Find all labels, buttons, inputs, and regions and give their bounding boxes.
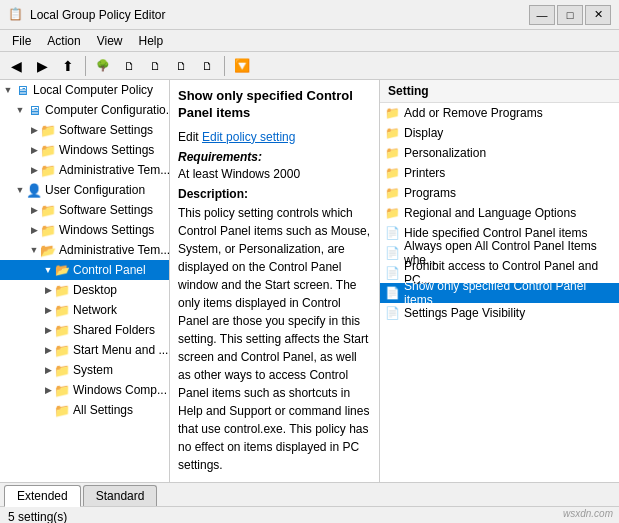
expand-icon-network: ▶ xyxy=(42,304,54,316)
folder-icon-at1: 📁 xyxy=(40,162,56,178)
tree-label-software-settings-1: Software Settings xyxy=(59,123,153,137)
folder-icon-printers: 📁 xyxy=(384,165,400,181)
policy-icon-always-open: 📄 xyxy=(384,245,400,261)
tree-item-software-settings-2[interactable]: ▶ 📁 Software Settings xyxy=(0,200,169,220)
tree-label-computer-config: Computer Configuratio... xyxy=(45,103,170,117)
expand-icon-system: ▶ xyxy=(42,364,54,376)
tree-label-start-menu: Start Menu and ... xyxy=(73,343,168,357)
policy-icon-show-only: 📄 xyxy=(384,285,400,301)
tree-label-software-settings-2: Software Settings xyxy=(59,203,153,217)
tree-item-local-computer[interactable]: ▼ 🖥 Local Computer Policy xyxy=(0,80,169,100)
tree-label-network: Network xyxy=(73,303,117,317)
tree-item-system[interactable]: ▶ 📁 System xyxy=(0,360,169,380)
show-hide-tree-button[interactable]: 🌳 xyxy=(91,55,115,77)
expand-icon-user-config: ▼ xyxy=(14,184,26,196)
tree-item-all-settings[interactable]: ▶ 📁 All Settings xyxy=(0,400,169,420)
computer-icon-user: 👤 xyxy=(26,182,42,198)
requirements-label: Requirements: xyxy=(178,150,371,164)
tree-item-windows-settings-1[interactable]: ▶ 📁 Windows Settings xyxy=(0,140,169,160)
folder-icon-sw2: 📁 xyxy=(40,202,56,218)
setting-regional[interactable]: 📁 Regional and Language Options xyxy=(380,203,619,223)
expand-icon-at1: ▶ xyxy=(28,164,40,176)
tree-item-software-settings-1[interactable]: ▶ 📁 Software Settings xyxy=(0,120,169,140)
folder-icon-programs: 📁 xyxy=(384,185,400,201)
setting-label-page-visibility: Settings Page Visibility xyxy=(404,306,525,320)
edit-prefix: Edit xyxy=(178,130,202,144)
folder-icon-add-remove: 📁 xyxy=(384,105,400,121)
setting-add-remove[interactable]: 📁 Add or Remove Programs xyxy=(380,103,619,123)
folder-icon-personalization: 📁 xyxy=(384,145,400,161)
tree-item-shared-folders[interactable]: ▶ 📁 Shared Folders xyxy=(0,320,169,340)
maximize-button[interactable]: □ xyxy=(557,5,583,25)
tree-item-network[interactable]: ▶ 📁 Network xyxy=(0,300,169,320)
folder-icon-display: 📁 xyxy=(384,125,400,141)
folder-icon-network: 📁 xyxy=(54,302,70,318)
tree-label-windows-comp: Windows Comp... xyxy=(73,383,167,397)
tree-label-system: System xyxy=(73,363,113,377)
policy-setting-link[interactable]: Edit policy setting xyxy=(202,130,295,144)
settings-panel: Setting 📁 Add or Remove Programs 📁 Displ… xyxy=(380,80,619,482)
requirements-value: At least Windows 2000 xyxy=(178,167,371,181)
setting-label-show-only: Show only specified Control Panel items xyxy=(404,279,615,307)
setting-programs[interactable]: 📁 Programs xyxy=(380,183,619,203)
up-button[interactable]: ⬆ xyxy=(56,55,80,77)
expand-icon-cp: ▼ xyxy=(42,264,54,276)
filter-button[interactable]: 🔽 xyxy=(230,55,254,77)
menu-bar: File Action View Help xyxy=(0,30,619,52)
edit-policy-link[interactable]: Edit Edit policy setting xyxy=(178,130,371,144)
requirements-section: Requirements: At least Windows 2000 xyxy=(178,150,371,181)
menu-view[interactable]: View xyxy=(89,32,131,50)
app-icon: 📋 xyxy=(8,7,24,23)
tab-standard[interactable]: Standard xyxy=(83,485,158,506)
properties-button[interactable]: 🗋 xyxy=(169,55,193,77)
toolbar: ◀ ▶ ⬆ 🌳 🗋 🗋 🗋 🗋 🔽 xyxy=(0,52,619,80)
new-window-button[interactable]: 🗋 xyxy=(117,55,141,77)
tree-label-admin-templates-1: Administrative Tem... xyxy=(59,163,170,177)
settings-header: Setting xyxy=(380,80,619,103)
panels-row: ▼ 🖥 Local Computer Policy ▼ 🖥 Computer C… xyxy=(0,80,619,482)
setting-display[interactable]: 📁 Display xyxy=(380,123,619,143)
menu-file[interactable]: File xyxy=(4,32,39,50)
expand-icon-start: ▶ xyxy=(42,344,54,356)
expand-icon-computer-config: ▼ xyxy=(14,104,26,116)
status-bar: 5 setting(s) xyxy=(0,506,619,523)
folder-icon-sw1: 📁 xyxy=(40,122,56,138)
forward-button[interactable]: ▶ xyxy=(30,55,54,77)
expand-icon-shared: ▶ xyxy=(42,324,54,336)
minimize-button[interactable]: — xyxy=(529,5,555,25)
expand-icon-local-computer: ▼ xyxy=(2,84,14,96)
menu-action[interactable]: Action xyxy=(39,32,88,50)
tree-item-windows-settings-2[interactable]: ▶ 📁 Windows Settings xyxy=(0,220,169,240)
title-bar-left: 📋 Local Group Policy Editor xyxy=(8,7,165,23)
description-panel: Show only specified Control Panel items … xyxy=(170,80,380,482)
tree-item-control-panel[interactable]: ▼ 📂 Control Panel xyxy=(0,260,169,280)
close-button[interactable]: ✕ xyxy=(585,5,611,25)
tree-label-shared-folders: Shared Folders xyxy=(73,323,155,337)
folder-icon-cp: 📂 xyxy=(54,262,70,278)
expand-icon-sw2: ▶ xyxy=(28,204,40,216)
tree-item-windows-comp[interactable]: ▶ 📁 Windows Comp... xyxy=(0,380,169,400)
help2-button[interactable]: 🗋 xyxy=(195,55,219,77)
setting-printers[interactable]: 📁 Printers xyxy=(380,163,619,183)
setting-label-regional: Regional and Language Options xyxy=(404,206,576,220)
tree-item-admin-templates-1[interactable]: ▶ 📁 Administrative Tem... xyxy=(0,160,169,180)
back2-button[interactable]: 🗋 xyxy=(143,55,167,77)
back-button[interactable]: ◀ xyxy=(4,55,28,77)
tree-item-admin-templates-2[interactable]: ▼ 📂 Administrative Tem... xyxy=(0,240,169,260)
tree-item-computer-config[interactable]: ▼ 🖥 Computer Configuratio... xyxy=(0,100,169,120)
folder-icon-ws1: 📁 xyxy=(40,142,56,158)
tree-item-user-config[interactable]: ▼ 👤 User Configuration xyxy=(0,180,169,200)
title-bar: 📋 Local Group Policy Editor — □ ✕ xyxy=(0,0,619,30)
setting-personalization[interactable]: 📁 Personalization xyxy=(380,143,619,163)
policy-icon-page-vis: 📄 xyxy=(384,305,400,321)
tab-bar: Extended Standard xyxy=(0,482,619,506)
expand-icon-desktop: ▶ xyxy=(42,284,54,296)
setting-show-only[interactable]: 📄 Show only specified Control Panel item… xyxy=(380,283,619,303)
folder-icon-desktop: 📁 xyxy=(54,282,70,298)
tree-item-start-menu[interactable]: ▶ 📁 Start Menu and ... xyxy=(0,340,169,360)
tree-item-desktop[interactable]: ▶ 📁 Desktop xyxy=(0,280,169,300)
tab-extended[interactable]: Extended xyxy=(4,485,81,507)
tree-label-windows-settings-1: Windows Settings xyxy=(59,143,154,157)
menu-help[interactable]: Help xyxy=(131,32,172,50)
tree-label-local-computer: Local Computer Policy xyxy=(33,83,153,97)
